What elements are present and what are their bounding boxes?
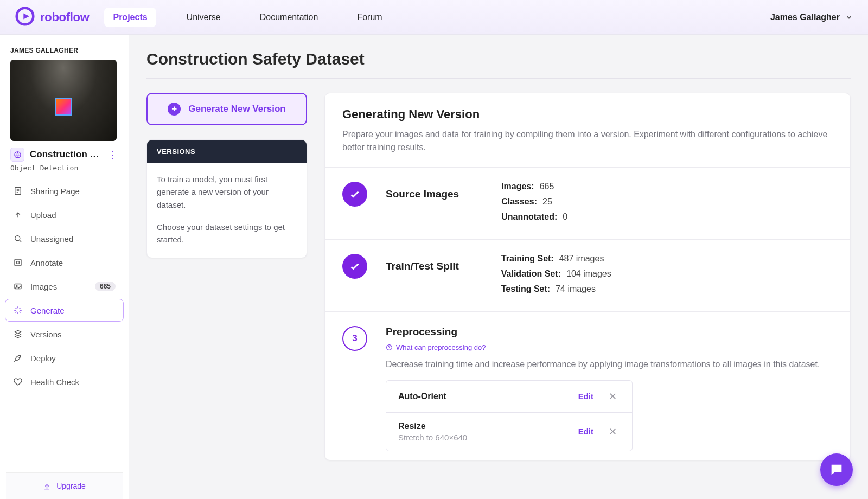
validation-set-value: 104 images [566,269,611,279]
op-edit-button[interactable]: Edit [578,427,593,436]
step-source-images[interactable]: Source Images Images:665 Classes:25 Unan… [325,168,850,240]
images-icon [13,282,23,291]
upgrade-label: Upgrade [56,482,86,490]
roboflow-logo-icon [15,7,35,28]
sidebar-item-label: Health Check [30,378,79,387]
training-set-value: 487 images [559,254,604,264]
chat-fab[interactable] [820,453,853,486]
sidebar-item-label: Annotate [30,258,63,267]
sidebar-item-label: Versions [30,330,62,339]
unannotated-value: 0 [563,212,567,222]
validation-set-label: Validation Set: [501,269,561,279]
step-3-title: Preprocessing [386,326,833,338]
upgrade-button[interactable]: Upgrade [6,472,123,499]
step-2-title: Train/Test Split [386,260,459,272]
svg-rect-5 [17,261,20,264]
page-title: Construction Safety Dataset [146,50,851,79]
top-nav: roboflow Projects Universe Documentation… [0,0,868,35]
testing-set-label: Testing Set: [501,284,550,294]
sidebar-deploy[interactable]: Deploy [5,347,124,369]
images-label: Images: [501,182,534,191]
sidebar-unassigned[interactable]: Unassigned [5,227,124,250]
nav-links: Projects Universe Documentation Forum [104,8,391,27]
project-menu-button[interactable]: ⋮ [106,149,118,161]
step-3-number: 3 [342,326,367,351]
sidebar-health-check[interactable]: Health Check [5,370,124,393]
versions-text-1: To train a model, you must first generat… [157,173,297,211]
step-preprocessing: 3 Preprocessing What can preprocessing d… [325,312,850,451]
op-sub: Stretch to 640×640 [398,433,578,442]
sidebar: JAMES GALLAGHER Construction S... ⋮ Obje… [0,35,129,499]
svg-point-3 [15,236,20,241]
generate-button-label: Generate New Version [188,104,286,114]
annotate-icon [13,258,23,267]
nav-projects[interactable]: Projects [104,8,156,27]
op-edit-button[interactable]: Edit [578,392,593,401]
intro-text: Prepare your images and data for trainin… [342,128,833,154]
sidebar-item-label: Unassigned [30,234,73,244]
chevron-down-icon [845,14,853,21]
sidebar-item-label: Upload [30,210,56,220]
generate-new-version-button[interactable]: + Generate New Version [146,93,307,125]
svg-rect-4 [15,259,21,266]
upload-icon [13,210,23,220]
images-value: 665 [540,182,554,191]
project-thumbnail[interactable] [10,60,117,141]
help-link-text: What can preprocessing do? [396,343,486,351]
sidebar-item-label: Deploy [30,354,56,363]
deploy-icon [13,353,23,363]
op-name: Auto-Orient [398,392,578,401]
op-resize: Resize Stretch to 640×640 Edit ✕ [386,412,632,451]
versions-header: VERSIONS [147,140,307,163]
user-menu[interactable]: James Gallagher [770,12,853,22]
versions-panel: VERSIONS To train a model, you must firs… [146,139,307,258]
nav-universe[interactable]: Universe [178,8,229,27]
user-name: James Gallagher [770,12,840,22]
help-icon [386,344,393,351]
nav-documentation[interactable]: Documentation [251,8,327,27]
search-icon [13,234,23,244]
project-name: Construction S... [30,149,101,160]
unannotated-label: Unannotated: [501,212,557,222]
sidebar-item-label: Images [30,282,57,291]
sidebar-item-label: Generate [30,306,65,315]
logo-text: roboflow [40,10,89,24]
project-type-label: Object Detection [6,162,123,180]
sidebar-sharing-page[interactable]: Sharing Page [5,180,124,202]
version-builder: Generating New Version Prepare your imag… [324,93,851,460]
sidebar-versions[interactable]: Versions [5,323,124,346]
sidebar-item-label: Sharing Page [30,187,80,196]
op-auto-orient: Auto-Orient Edit ✕ [386,381,632,412]
testing-set-value: 74 images [556,284,596,294]
generate-icon [13,305,23,315]
heart-icon [13,377,23,387]
step-1-title: Source Images [386,188,459,200]
chat-icon [829,462,844,477]
sidebar-annotate[interactable]: Annotate [5,251,124,274]
nav-forum[interactable]: Forum [348,8,391,27]
op-remove-button[interactable]: ✕ [605,389,620,404]
step-2-check-icon [342,254,367,279]
upgrade-icon [43,482,51,490]
sidebar-upload[interactable]: Upload [5,203,124,226]
preprocessing-ops: Auto-Orient Edit ✕ Resize Stretch to 640… [386,380,633,451]
versions-text-2: Choose your dataset settings to get star… [157,221,297,246]
intro-title: Generating New Version [342,107,833,121]
sidebar-generate[interactable]: Generate [5,299,124,322]
preprocessing-desc: Decrease training time and increase perf… [386,358,833,372]
classes-label: Classes: [501,197,537,207]
versions-icon [13,329,23,339]
classes-value: 25 [542,197,552,207]
images-count-badge: 665 [95,282,116,291]
workspace-owner: JAMES GALLAGHER [6,47,123,60]
sidebar-images[interactable]: Images 665 [5,275,124,298]
project-type-icon [10,148,24,162]
main-content: Construction Safety Dataset + Generate N… [129,35,868,499]
logo[interactable]: roboflow [15,7,89,28]
plus-circle-icon: + [168,103,181,116]
op-name: Resize [398,421,578,431]
left-column: + Generate New Version VERSIONS To train… [146,93,307,258]
op-remove-button[interactable]: ✕ [605,425,620,439]
step-train-test-split[interactable]: Train/Test Split Training Set:487 images… [325,240,850,312]
preprocessing-help-link[interactable]: What can preprocessing do? [386,343,833,351]
